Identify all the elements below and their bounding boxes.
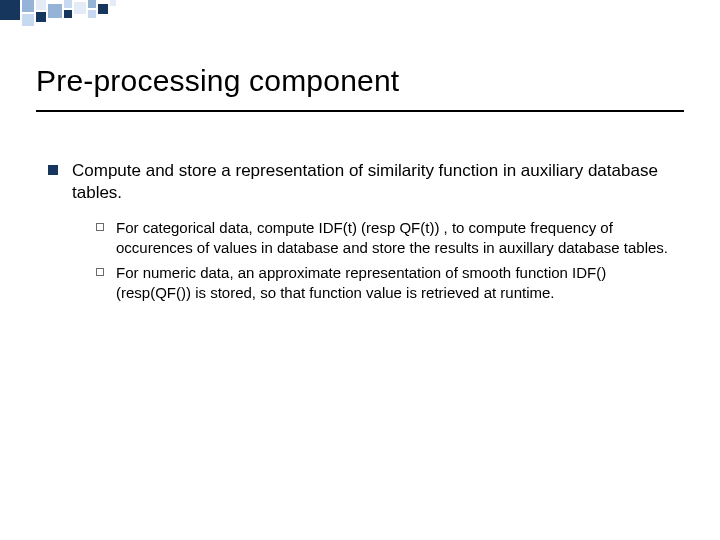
bullet-level2: For numeric data, an approximate represe… <box>96 263 684 302</box>
hollow-square-bullet-icon <box>96 223 104 231</box>
deco-square <box>0 0 20 20</box>
bullet-text: Compute and store a representation of si… <box>72 160 684 204</box>
deco-square <box>110 0 116 6</box>
deco-square <box>88 0 96 8</box>
bullet-level2: For categorical data, compute IDF(t) (re… <box>96 218 684 257</box>
slide: Pre-processing component Compute and sto… <box>0 0 720 540</box>
deco-square <box>64 10 72 18</box>
deco-square <box>36 0 46 10</box>
deco-square <box>22 0 34 12</box>
decorative-header <box>0 0 720 40</box>
deco-square <box>22 14 34 26</box>
square-bullet-icon <box>48 165 58 175</box>
title-rule <box>36 110 684 112</box>
deco-square <box>36 12 46 22</box>
sub-bullet-text: For numeric data, an approximate represe… <box>116 263 684 302</box>
deco-square <box>48 4 62 18</box>
deco-square <box>98 4 108 14</box>
body-content: Compute and store a representation of si… <box>48 160 684 308</box>
sub-bullet-text: For categorical data, compute IDF(t) (re… <box>116 218 684 257</box>
deco-square <box>74 2 86 14</box>
bullet-level1: Compute and store a representation of si… <box>48 160 684 204</box>
slide-title: Pre-processing component <box>36 64 399 98</box>
deco-square <box>88 10 96 18</box>
hollow-square-bullet-icon <box>96 268 104 276</box>
sub-bullet-list: For categorical data, compute IDF(t) (re… <box>96 218 684 302</box>
deco-square <box>64 0 72 8</box>
